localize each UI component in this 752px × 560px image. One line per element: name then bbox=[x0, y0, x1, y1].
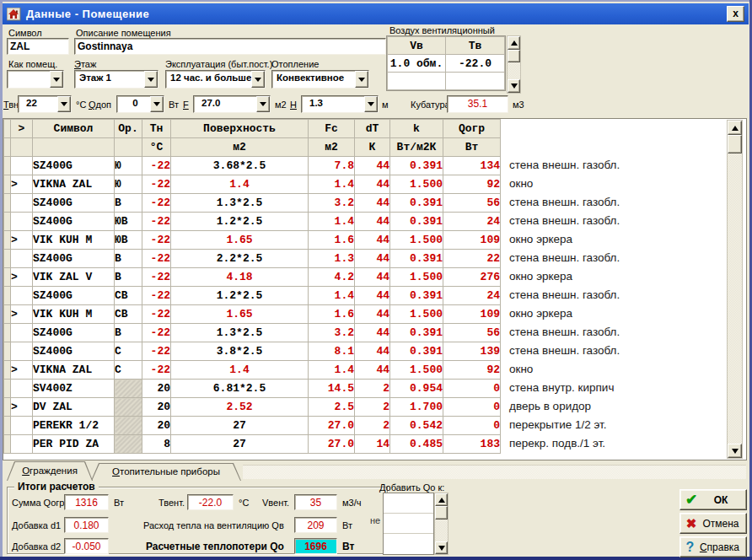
add-qo-scroll-up-button[interactable] bbox=[435, 493, 448, 506]
grid-scroll-thumb[interactable] bbox=[728, 135, 742, 153]
table-row[interactable]: >VIKNA ZALС-221.41.4441.50092 bbox=[4, 361, 501, 380]
help-button[interactable]: ? Справка bbox=[679, 536, 747, 557]
tab-enclosures[interactable]: Ограждения bbox=[7, 461, 93, 481]
qo-total-field[interactable]: 1696 bbox=[294, 538, 337, 554]
chevron-down-icon[interactable] bbox=[251, 71, 265, 88]
col-header-symbol[interactable]: Символ bbox=[33, 120, 115, 138]
vent-scroll-down-button[interactable] bbox=[508, 79, 520, 93]
vent-value-v[interactable]: 1.0 обм. bbox=[388, 55, 446, 73]
vent-empty-cell[interactable] bbox=[446, 73, 505, 90]
table-row[interactable]: SZ400GВ-222.2*2.51.3440.39122 bbox=[4, 250, 501, 268]
table-row[interactable]: >DV ZAL202.522.521.7000 bbox=[4, 398, 501, 417]
heating-combobox[interactable]: Конвективное bbox=[271, 70, 369, 89]
cell-k: 1.500 bbox=[390, 361, 443, 380]
vent-value-t[interactable]: -22.0 bbox=[446, 55, 505, 73]
area-combobox[interactable]: 27.0 bbox=[193, 95, 271, 113]
cell-orientation: ЮВ bbox=[115, 213, 142, 231]
floor-label: Этаж bbox=[74, 59, 96, 69]
table-row[interactable]: PER PID ZA82727.0140.485183 bbox=[4, 435, 501, 454]
height-unit: м bbox=[382, 100, 389, 110]
col-header-qogr[interactable]: Qогр bbox=[443, 120, 501, 138]
list-item[interactable] bbox=[384, 534, 433, 554]
col-header-k[interactable]: k bbox=[390, 120, 443, 138]
cell-symbol: VIKNA ZAL bbox=[33, 175, 115, 194]
cancel-button[interactable]: ✖ Отмена bbox=[679, 513, 747, 534]
room-as-combobox[interactable] bbox=[7, 70, 64, 89]
add-qo-listbox[interactable] bbox=[383, 493, 434, 555]
qv-field[interactable]: 209 bbox=[294, 517, 337, 533]
grid-scroll-down-button[interactable] bbox=[728, 444, 742, 458]
add-qo-scroll-thumb[interactable] bbox=[435, 506, 448, 520]
table-row[interactable]: SZ400GС-223.8*2.58.1440.391139 bbox=[4, 342, 501, 361]
chevron-down-icon[interactable] bbox=[355, 71, 368, 88]
table-row[interactable]: SZ400GЮВ-221.2*2.51.4440.39124 bbox=[4, 213, 501, 231]
chevron-down-icon[interactable] bbox=[256, 96, 270, 112]
vent-scrollbar[interactable] bbox=[507, 35, 521, 94]
vent-scroll-up-button[interactable] bbox=[508, 36, 520, 50]
add-qo-scroll-down-button[interactable] bbox=[435, 541, 448, 554]
row-note: стена внешн. газобл. bbox=[509, 156, 620, 175]
row-note: окно эркера bbox=[509, 230, 572, 249]
row-note: стена внутр. кирпич bbox=[509, 379, 614, 397]
col-header-surface[interactable]: Поверхность bbox=[171, 120, 309, 138]
col-header-orient[interactable]: Ор. bbox=[115, 120, 142, 138]
tvent-field[interactable]: -22.0 bbox=[187, 494, 234, 510]
cell-symbol: SZ400G bbox=[33, 157, 115, 175]
col-header-dt[interactable]: dT bbox=[355, 120, 390, 138]
height-combobox[interactable]: 1.3 bbox=[301, 95, 379, 113]
cell-tn: -22 bbox=[142, 268, 171, 287]
grid-body: SZ400GЮ-223.68*2.57.8440.391134>VIKNA ZA… bbox=[4, 157, 501, 454]
chevron-down-icon[interactable] bbox=[144, 71, 158, 88]
list-item[interactable] bbox=[384, 493, 433, 514]
add-qo-scrollbar[interactable] bbox=[434, 493, 449, 555]
usage-combobox[interactable]: 12 час. и больше bbox=[165, 70, 266, 89]
col-header-fc[interactable]: Fc bbox=[309, 120, 355, 138]
list-item[interactable] bbox=[384, 514, 433, 534]
title-bar[interactable]: Данные - Помещение x bbox=[3, 3, 749, 24]
ok-button[interactable]: ✔ ОК bbox=[679, 489, 747, 510]
grid-scrollbar[interactable] bbox=[727, 120, 743, 459]
tab-heaters[interactable]: Отопительные приборы bbox=[91, 463, 241, 481]
vent-scroll-thumb[interactable] bbox=[508, 50, 520, 62]
sum-qogr-field[interactable]: 1316 bbox=[64, 494, 109, 510]
vvent-field[interactable]: 35 bbox=[294, 494, 337, 510]
chevron-down-icon[interactable] bbox=[364, 96, 378, 112]
col-header-selector[interactable]: > bbox=[11, 120, 33, 138]
table-row[interactable]: SZ400GСВ-221.2*2.51.4440.39124 bbox=[4, 287, 501, 305]
table-row[interactable]: SZ400GВ-221.3*2.53.2440.39156 bbox=[4, 324, 501, 342]
floor-combobox[interactable]: Этаж 1 bbox=[74, 70, 158, 89]
chevron-down-icon[interactable] bbox=[150, 96, 164, 112]
cell-surface: 3.8*2.5 bbox=[171, 342, 309, 361]
table-row[interactable]: >VIKNA ZALЮ-221.41.4441.50092 bbox=[4, 175, 501, 194]
table-row[interactable]: >VIK KUH MЮВ-221.651.6441.500109 bbox=[4, 231, 501, 250]
table-row[interactable]: PEREKR 1/2202727.020.5420 bbox=[4, 417, 501, 435]
cell-fc: 27.0 bbox=[309, 435, 355, 454]
vent-empty-cell[interactable] bbox=[388, 73, 446, 90]
vent-air-grid[interactable]: Vв Тв 1.0 обм. -22.0 bbox=[386, 35, 506, 91]
volume-field[interactable]: 35.1 bbox=[447, 95, 508, 113]
qdop-combobox[interactable]: 0 bbox=[116, 95, 164, 113]
row-gutter bbox=[4, 231, 11, 250]
table-row[interactable]: SZ400GЮ-223.68*2.57.8440.391134 bbox=[4, 157, 501, 175]
room-as-label: Как помещ. bbox=[8, 59, 57, 69]
table-row[interactable]: >VIK KUH MСВ-221.651.6441.500109 bbox=[4, 305, 501, 324]
cell-orientation: Ю bbox=[115, 175, 142, 194]
description-input[interactable]: Gostinnaya bbox=[74, 38, 386, 55]
d2-field[interactable]: -0.050 bbox=[64, 538, 109, 554]
cell-surface: 3.68*2.5 bbox=[171, 157, 309, 175]
d1-field[interactable]: 0.180 bbox=[64, 517, 109, 533]
table-row[interactable]: >VIK ZAL VВ-224.184.2441.500276 bbox=[4, 268, 501, 287]
chevron-down-icon[interactable] bbox=[50, 71, 63, 88]
chevron-down-icon[interactable] bbox=[57, 96, 71, 112]
cell-orientation: ЮВ bbox=[115, 231, 142, 250]
table-row[interactable]: SV400Z206.81*2.514.520.9540 bbox=[4, 380, 501, 398]
symbol-input[interactable]: ZAL bbox=[7, 38, 69, 55]
grid-scroll-up-button[interactable] bbox=[728, 121, 742, 135]
tvn-combobox[interactable]: 22 bbox=[18, 95, 72, 113]
col-header-tn[interactable]: Тн bbox=[142, 120, 171, 138]
cell-fc: 3.2 bbox=[309, 194, 355, 213]
cell-dt: 44 bbox=[355, 361, 390, 380]
close-button[interactable]: x bbox=[727, 6, 744, 22]
table-row[interactable]: SZ400GВ-221.3*2.53.2440.39156 bbox=[4, 194, 501, 213]
row-note: стена внешн. газобл. bbox=[509, 286, 620, 304]
